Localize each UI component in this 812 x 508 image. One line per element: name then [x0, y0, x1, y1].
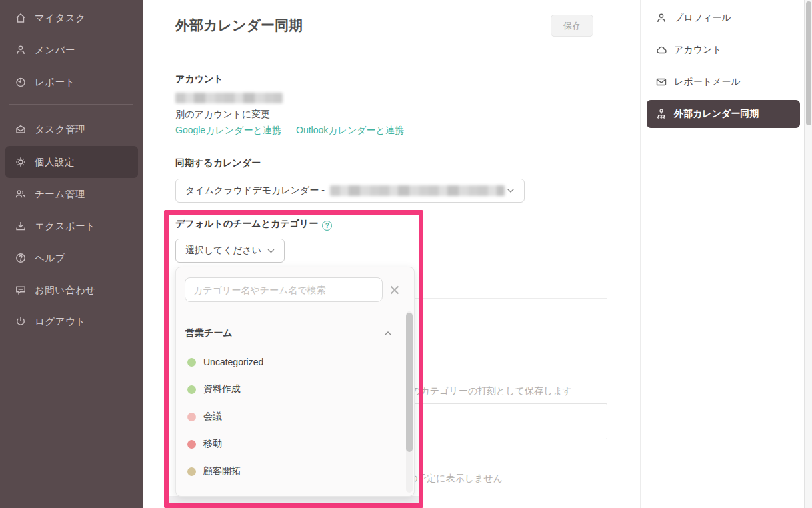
sync-calendar-value: タイムクラウドデモカレンダー - [185, 185, 325, 197]
sidebar-item-label: ヘルプ [35, 252, 65, 265]
team-group-name: 営業チーム [185, 327, 233, 339]
sidebar-item-label: ログアウト [35, 315, 86, 328]
background-element-strip [169, 496, 419, 503]
change-account-link[interactable]: 別のアカウントに変更 [175, 109, 270, 121]
person-icon [15, 44, 27, 56]
settings-item-external-calendar-sync[interactable]: 外部カレンダー同期 [641, 100, 805, 128]
sidebar-item-my-tasks[interactable]: マイタスク [0, 2, 143, 34]
sidebar-item-label: エクスポート [35, 220, 96, 233]
gear-icon [15, 156, 27, 168]
category-search-input[interactable] [185, 277, 383, 302]
team-category-select-value: 選択してください [185, 245, 261, 257]
category-label: Uncategorized [203, 357, 263, 367]
settings-item-account[interactable]: アカウント [641, 36, 805, 64]
category-label: 顧客開拓 [203, 465, 241, 477]
category-item[interactable]: 資料作成 [176, 381, 396, 398]
page-scrollbar-track[interactable] [804, 0, 812, 508]
chevron-up-icon [384, 331, 392, 336]
background-divider [387, 298, 607, 299]
category-item[interactable]: 会議 [176, 408, 396, 425]
cloud-icon [655, 44, 667, 56]
team-category-select-button[interactable]: 選択してください [175, 239, 285, 263]
settings-item-label: レポートメール [674, 76, 741, 88]
hide-hint-text: の予定に表示しません [408, 473, 503, 485]
sidebar-item-label: タスク管理 [35, 123, 85, 136]
settings-item-profile[interactable]: プロフィール [641, 4, 805, 32]
outlook-calendar-link[interactable]: Outlookカレンダーと連携 [296, 125, 404, 137]
category-color-dot [187, 467, 196, 476]
category-label: 移動 [203, 438, 222, 450]
team-category-dropdown-panel: 営業チーム Uncategorized 資料作成 会議 移動 [175, 267, 415, 497]
sidebar-item-report[interactable]: レポート [0, 66, 143, 98]
sync-calendar-select[interactable]: タイムクラウドデモカレンダー - [175, 179, 525, 203]
help-circle-icon [15, 252, 27, 264]
category-color-dot [187, 413, 196, 421]
person-icon [655, 12, 667, 24]
sidebar-item-label: お問い合わせ [35, 284, 95, 297]
sidebar-item-label: レポート [35, 76, 75, 89]
external-calendar-sync-page: マイタスク メンバー レポート タスク管理 個人設定 [0, 0, 812, 508]
sidebar-item-contact[interactable]: お問い合わせ [0, 274, 143, 306]
chevron-down-icon [507, 188, 515, 193]
category-color-dot [187, 358, 196, 367]
sidebar-item-task-management[interactable]: タスク管理 [0, 113, 143, 145]
sidebar-item-team-management[interactable]: チーム管理 [0, 178, 143, 210]
category-item[interactable]: 移動 [176, 435, 396, 453]
settings-item-label: プロフィール [674, 12, 731, 24]
sync-calendar-label: 同期するカレンダー [175, 157, 261, 169]
sidebar-item-label: マイタスク [35, 12, 86, 25]
envelope-icon [655, 76, 667, 88]
calendar-email-redacted [330, 185, 505, 196]
help-tooltip-icon[interactable]: ? [322, 221, 332, 231]
account-email-redacted [175, 93, 283, 103]
download-icon [15, 220, 27, 232]
sidebar-item-label: メンバー [35, 44, 75, 57]
people-icon [15, 188, 27, 200]
save-button[interactable]: 保存 [551, 15, 593, 37]
settings-item-report-mail[interactable]: レポートメール [641, 68, 805, 96]
category-color-dot [187, 385, 196, 394]
category-color-dot [187, 440, 196, 449]
category-item[interactable]: Uncategorized [176, 353, 396, 371]
default-team-category-label: デフォルトのチームとカテゴリー? [175, 218, 332, 231]
category-label: 会議 [203, 411, 222, 423]
sidebar-divider [9, 104, 133, 105]
account-section-label: アカウント [175, 73, 223, 85]
settings-content: 外部カレンダー同期 保存 アカウント 別のアカウントに変更 Googleカレンダ… [143, 0, 640, 508]
default-team-category-text: デフォルトのチームとカテゴリー [175, 218, 318, 229]
sidebar-item-personal-settings[interactable]: 個人設定 [0, 146, 143, 178]
settings-sidebar: プロフィール アカウント レポートメール 外部カレンダー同期 [640, 0, 804, 508]
chevron-down-icon [267, 249, 275, 253]
chat-icon [15, 284, 27, 296]
sidebar-item-members[interactable]: メンバー [0, 34, 143, 66]
team-group-header[interactable]: 営業チーム [176, 323, 403, 343]
sidebar-item-label: チーム管理 [35, 188, 85, 201]
category-label: 資料作成 [203, 383, 241, 395]
pie-chart-icon [15, 76, 27, 88]
page-scrollbar-thumb[interactable] [806, 1, 811, 125]
settings-item-label: アカウント [674, 44, 722, 56]
sidebar-item-export[interactable]: エクスポート [0, 210, 143, 242]
title-divider [175, 47, 607, 47]
google-calendar-link[interactable]: Googleカレンダーと連携 [175, 125, 281, 137]
mail-open-icon [15, 123, 27, 135]
sidebar-item-help[interactable]: ヘルプ [0, 242, 143, 274]
power-icon [15, 315, 27, 327]
dropdown-scrollbar-thumb[interactable] [406, 313, 413, 452]
settings-item-label: 外部カレンダー同期 [674, 108, 759, 120]
page-title: 外部カレンダー同期 [175, 16, 303, 35]
background-textarea[interactable] [387, 403, 607, 439]
sidebar-item-logout[interactable]: ログアウト [0, 305, 143, 337]
home-icon [15, 12, 27, 24]
save-hint-text: のカテゴリーの打刻として保存します [411, 385, 572, 397]
category-item[interactable]: 顧客開拓 [176, 463, 396, 480]
sitemap-icon [655, 108, 667, 120]
dropdown-divider [176, 309, 414, 309]
close-icon[interactable] [388, 283, 401, 297]
sidebar-item-label: 個人設定 [35, 156, 75, 169]
main-sidebar: マイタスク メンバー レポート タスク管理 個人設定 [0, 0, 143, 508]
